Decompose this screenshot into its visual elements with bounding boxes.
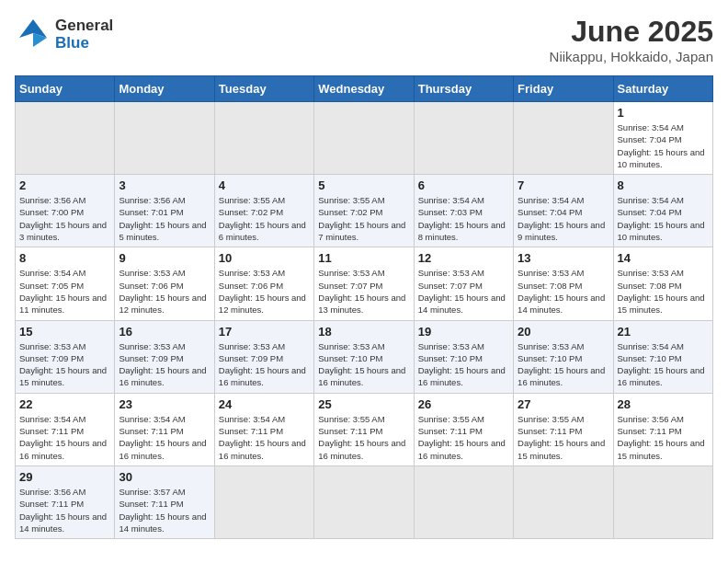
day-info: Sunrise: 3:54 AMSunset: 7:04 PMDaylight:…: [618, 121, 709, 170]
day-info: Sunrise: 3:55 AMSunset: 7:11 PMDaylight:…: [518, 413, 609, 462]
calendar-cell: 29Sunrise: 3:56 AMSunset: 7:11 PMDayligh…: [16, 465, 115, 538]
calendar-cell: [613, 465, 712, 538]
day-number: 22: [19, 397, 110, 411]
day-info: Sunrise: 3:57 AMSunset: 7:11 PMDaylight:…: [119, 486, 210, 534]
day-info: Sunrise: 3:55 AMSunset: 7:02 PMDaylight:…: [219, 194, 310, 243]
day-number: 8: [19, 251, 110, 265]
day-info: Sunrise: 3:53 AMSunset: 7:09 PMDaylight:…: [219, 340, 310, 389]
logo-bird-icon: [15, 15, 51, 55]
day-info: Sunrise: 3:54 AMSunset: 7:03 PMDaylight:…: [418, 194, 509, 243]
day-number: 4: [219, 178, 310, 192]
weekday-header-row: SundayMondayTuesdayWednesdayThursdayFrid…: [16, 76, 713, 102]
day-info: Sunrise: 3:55 AMSunset: 7:11 PMDaylight:…: [418, 413, 509, 462]
day-number: 16: [119, 325, 210, 339]
calendar-cell: 22Sunrise: 3:54 AMSunset: 7:11 PMDayligh…: [16, 393, 115, 465]
day-number: 30: [119, 470, 210, 484]
day-number: 3: [119, 178, 210, 192]
calendar-cell: 27Sunrise: 3:55 AMSunset: 7:11 PMDayligh…: [514, 393, 613, 465]
calendar-cell: [314, 102, 414, 175]
day-info: Sunrise: 3:53 AMSunset: 7:10 PMDaylight:…: [518, 340, 609, 389]
calendar-cell: 9Sunrise: 3:53 AMSunset: 7:06 PMDaylight…: [115, 247, 214, 320]
calendar-cell: [514, 102, 613, 175]
calendar-cell: [214, 465, 313, 538]
day-number: 2: [19, 178, 110, 192]
day-number: 24: [219, 397, 310, 411]
calendar-cell: 15Sunrise: 3:53 AMSunset: 7:09 PMDayligh…: [16, 320, 115, 393]
calendar-cell: 5Sunrise: 3:55 AMSunset: 7:02 PMDaylight…: [314, 175, 414, 247]
calendar-cell: 17Sunrise: 3:53 AMSunset: 7:09 PMDayligh…: [214, 320, 313, 393]
weekday-header-monday: Monday: [115, 76, 214, 102]
day-info: Sunrise: 3:56 AMSunset: 7:00 PMDaylight:…: [19, 194, 110, 243]
weekday-header-thursday: Thursday: [414, 76, 513, 102]
logo-blue: Blue: [55, 34, 89, 52]
calendar-cell: 4Sunrise: 3:55 AMSunset: 7:02 PMDaylight…: [214, 175, 313, 247]
day-number: 7: [518, 178, 609, 192]
day-number: 28: [618, 397, 709, 411]
calendar-cell: 2Sunrise: 3:56 AMSunset: 7:00 PMDaylight…: [16, 175, 115, 247]
day-number: 27: [518, 397, 609, 411]
calendar-cell: 7Sunrise: 3:54 AMSunset: 7:04 PMDaylight…: [514, 175, 613, 247]
logo-text: General Blue: [55, 17, 113, 52]
weekday-header-friday: Friday: [514, 76, 613, 102]
calendar-cell: [414, 102, 513, 175]
calendar-cell: [314, 465, 414, 538]
day-number: 18: [318, 325, 409, 339]
day-info: Sunrise: 3:56 AMSunset: 7:11 PMDaylight:…: [618, 413, 709, 462]
day-number: 12: [418, 251, 509, 265]
day-info: Sunrise: 3:54 AMSunset: 7:04 PMDaylight:…: [618, 194, 709, 243]
day-info: Sunrise: 3:53 AMSunset: 7:09 PMDaylight:…: [19, 340, 110, 389]
calendar-cell: 20Sunrise: 3:53 AMSunset: 7:10 PMDayligh…: [514, 320, 613, 393]
calendar-table: SundayMondayTuesdayWednesdayThursdayFrid…: [15, 75, 713, 539]
calendar-cell: 24Sunrise: 3:54 AMSunset: 7:11 PMDayligh…: [214, 393, 313, 465]
calendar-cell: 13Sunrise: 3:53 AMSunset: 7:08 PMDayligh…: [514, 247, 613, 320]
day-info: Sunrise: 3:53 AMSunset: 7:09 PMDaylight:…: [119, 340, 210, 389]
calendar-row-4: 22Sunrise: 3:54 AMSunset: 7:11 PMDayligh…: [16, 393, 713, 465]
day-info: Sunrise: 3:54 AMSunset: 7:11 PMDaylight:…: [19, 413, 110, 462]
calendar-cell: [214, 102, 313, 175]
calendar-cell: 28Sunrise: 3:56 AMSunset: 7:11 PMDayligh…: [613, 393, 712, 465]
day-info: Sunrise: 3:53 AMSunset: 7:10 PMDaylight:…: [318, 340, 409, 389]
day-number: 10: [219, 251, 310, 265]
calendar-row-2: 8Sunrise: 3:54 AMSunset: 7:05 PMDaylight…: [16, 247, 713, 320]
day-info: Sunrise: 3:53 AMSunset: 7:07 PMDaylight:…: [318, 267, 409, 316]
day-info: Sunrise: 3:53 AMSunset: 7:06 PMDaylight:…: [119, 267, 210, 316]
calendar-subtitle: Niikappu, Hokkaido, Japan: [550, 49, 713, 64]
day-number: 9: [119, 251, 210, 265]
day-number: 13: [518, 251, 609, 265]
calendar-cell: 1Sunrise: 3:54 AMSunset: 7:04 PMDaylight…: [613, 102, 712, 175]
day-number: 6: [418, 178, 509, 192]
day-info: Sunrise: 3:54 AMSunset: 7:05 PMDaylight:…: [19, 267, 110, 316]
weekday-header-sunday: Sunday: [16, 76, 115, 102]
calendar-cell: 16Sunrise: 3:53 AMSunset: 7:09 PMDayligh…: [115, 320, 214, 393]
calendar-cell: 6Sunrise: 3:54 AMSunset: 7:03 PMDaylight…: [414, 175, 513, 247]
day-number: 25: [318, 397, 409, 411]
calendar-row-3: 15Sunrise: 3:53 AMSunset: 7:09 PMDayligh…: [16, 320, 713, 393]
calendar-cell: 25Sunrise: 3:55 AMSunset: 7:11 PMDayligh…: [314, 393, 414, 465]
calendar-cell: 12Sunrise: 3:53 AMSunset: 7:07 PMDayligh…: [414, 247, 513, 320]
weekday-header-tuesday: Tuesday: [214, 76, 313, 102]
logo: General Blue: [15, 15, 113, 55]
day-number: 23: [119, 397, 210, 411]
day-info: Sunrise: 3:53 AMSunset: 7:08 PMDaylight:…: [618, 267, 709, 316]
calendar-cell: [16, 102, 115, 175]
calendar-row-1: 2Sunrise: 3:56 AMSunset: 7:00 PMDaylight…: [16, 175, 713, 247]
day-info: Sunrise: 3:54 AMSunset: 7:04 PMDaylight:…: [518, 194, 609, 243]
calendar-row-5: 29Sunrise: 3:56 AMSunset: 7:11 PMDayligh…: [16, 465, 713, 538]
day-number: 20: [518, 325, 609, 339]
calendar-cell: 21Sunrise: 3:54 AMSunset: 7:10 PMDayligh…: [613, 320, 712, 393]
day-info: Sunrise: 3:56 AMSunset: 7:01 PMDaylight:…: [119, 194, 210, 243]
weekday-header-wednesday: Wednesday: [314, 76, 414, 102]
day-number: 14: [618, 251, 709, 265]
day-info: Sunrise: 3:54 AMSunset: 7:10 PMDaylight:…: [618, 340, 709, 389]
day-info: Sunrise: 3:53 AMSunset: 7:08 PMDaylight:…: [518, 267, 609, 316]
calendar-cell: 3Sunrise: 3:56 AMSunset: 7:01 PMDaylight…: [115, 175, 214, 247]
calendar-cell: 23Sunrise: 3:54 AMSunset: 7:11 PMDayligh…: [115, 393, 214, 465]
day-info: Sunrise: 3:53 AMSunset: 7:06 PMDaylight:…: [219, 267, 310, 316]
calendar-cell: 30Sunrise: 3:57 AMSunset: 7:11 PMDayligh…: [115, 465, 214, 538]
weekday-header-saturday: Saturday: [613, 76, 712, 102]
calendar-cell: 10Sunrise: 3:53 AMSunset: 7:06 PMDayligh…: [214, 247, 313, 320]
day-info: Sunrise: 3:53 AMSunset: 7:10 PMDaylight:…: [418, 340, 509, 389]
calendar-cell: 26Sunrise: 3:55 AMSunset: 7:11 PMDayligh…: [414, 393, 513, 465]
day-number: 26: [418, 397, 509, 411]
calendar-cell: 18Sunrise: 3:53 AMSunset: 7:10 PMDayligh…: [314, 320, 414, 393]
